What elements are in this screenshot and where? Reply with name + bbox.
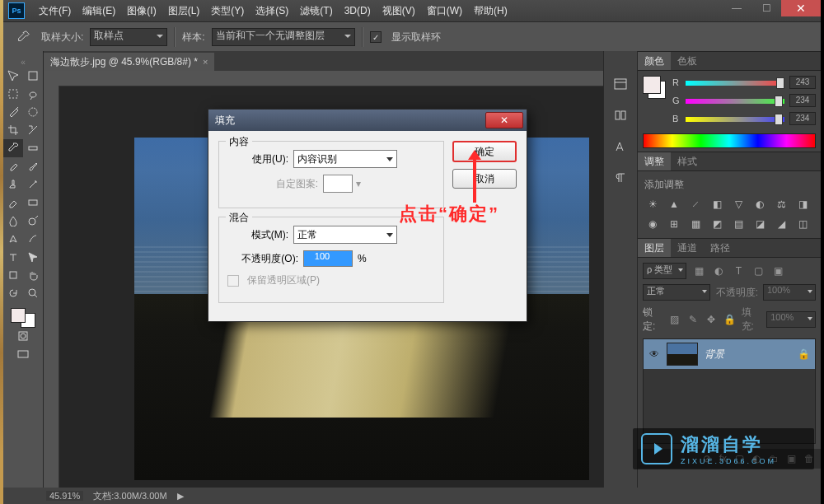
adj-vibrance-icon[interactable]: ▽ — [730, 197, 747, 212]
eyedropper-tool-icon[interactable] — [3, 139, 23, 157]
dialog-titlebar[interactable]: 填充 ✕ — [208, 110, 527, 131]
crop-tool-icon[interactable] — [3, 121, 23, 139]
history-tool-icon[interactable] — [23, 175, 43, 194]
menu-help[interactable]: 帮助(H) — [468, 4, 513, 18]
adj-invert-icon[interactable]: ◩ — [709, 217, 725, 231]
filter-smart-icon[interactable]: ▣ — [770, 264, 785, 278]
sample-select[interactable]: 当前和下一个无调整图层 — [212, 28, 355, 46]
layer-filter-select[interactable]: ρ 类型 — [643, 263, 686, 279]
opacity-select[interactable]: 100% — [763, 284, 816, 301]
brush-tool-icon[interactable] — [23, 157, 43, 175]
menu-image[interactable]: 图像(I) — [121, 4, 162, 18]
adj-photo-icon[interactable]: ◉ — [644, 217, 661, 231]
zoom-tool-icon[interactable] — [23, 284, 43, 302]
tab-swatches[interactable]: 色板 — [671, 52, 704, 70]
lasso-tool-icon[interactable] — [23, 85, 43, 103]
pen-tool-icon[interactable] — [3, 230, 23, 248]
rotate-tool-icon[interactable] — [3, 284, 23, 302]
minimize-button[interactable]: — — [722, 0, 751, 16]
shape-tool-icon[interactable] — [3, 266, 23, 284]
adj-brightness-icon[interactable]: ☀ — [644, 197, 661, 212]
screenmode-icon[interactable] — [3, 345, 43, 363]
menu-type[interactable]: 类型(Y) — [205, 4, 250, 18]
fg-bg-swatch[interactable] — [643, 76, 666, 99]
tab-paths[interactable]: 路径 — [704, 239, 737, 257]
history-panel-icon[interactable] — [608, 74, 633, 94]
layer-thumbnail[interactable] — [667, 343, 698, 366]
b-value[interactable]: 234 — [789, 112, 816, 125]
adj-lookup-icon[interactable]: ▦ — [687, 217, 704, 231]
slice-tool-icon[interactable] — [23, 121, 43, 139]
maximize-button[interactable]: ☐ — [751, 0, 781, 16]
path-tool-icon[interactable] — [23, 248, 43, 266]
adj-gradient-icon[interactable]: ◢ — [773, 217, 789, 231]
adj-exposure-icon[interactable]: ◧ — [709, 197, 725, 212]
quickselect-tool-icon[interactable] — [23, 103, 43, 121]
menu-select[interactable]: 选择(S) — [250, 4, 294, 18]
tab-channels[interactable]: 通道 — [671, 239, 704, 257]
type-tool-icon[interactable] — [3, 248, 23, 266]
blur-tool-icon[interactable] — [3, 212, 23, 230]
adj-balance-icon[interactable]: ⚖ — [773, 197, 789, 212]
filter-adjust-icon[interactable]: ◐ — [711, 264, 726, 278]
zoom-level[interactable]: 45.91% — [46, 491, 83, 501]
filter-type-icon[interactable]: T — [731, 264, 746, 278]
lock-position-icon[interactable]: ✎ — [686, 312, 700, 327]
document-tab[interactable]: 海边散步.jpg @ 45.9%(RGB/8#) * × — [44, 53, 214, 71]
paragraph-panel-icon[interactable] — [608, 168, 633, 188]
layer-lock-icon[interactable]: 🔒 — [798, 348, 810, 360]
stamp-tool-icon[interactable] — [3, 175, 23, 194]
quickmask-icon[interactable] — [3, 327, 43, 345]
b-slider[interactable] — [686, 114, 784, 124]
adj-hue-icon[interactable]: ◐ — [751, 197, 768, 212]
wand-tool-icon[interactable] — [3, 103, 23, 121]
layer-name[interactable]: 背景 — [705, 348, 724, 362]
doc-info-caret[interactable]: ▶ — [177, 491, 184, 502]
menu-file[interactable]: 文件(F) — [33, 4, 77, 18]
fill-select[interactable]: 100% — [766, 311, 816, 328]
lock-move-icon[interactable]: ✥ — [705, 312, 718, 327]
hand-tool-icon[interactable] — [23, 266, 43, 284]
cancel-button[interactable]: 取消 — [452, 169, 517, 189]
tab-color[interactable]: 颜色 — [638, 52, 671, 70]
eyedropper-icon[interactable] — [12, 27, 35, 47]
visibility-icon[interactable]: 👁 — [648, 348, 660, 360]
properties-panel-icon[interactable] — [608, 105, 633, 125]
ruler-tool-icon[interactable] — [23, 139, 43, 157]
character-panel-icon[interactable] — [608, 137, 633, 156]
adj-poster-icon[interactable]: ▤ — [730, 217, 747, 231]
g-slider[interactable] — [686, 96, 784, 105]
ok-button[interactable]: 确定 — [452, 141, 517, 162]
blend-mode-select[interactable]: 正常 — [643, 284, 710, 301]
show-ring-checkbox[interactable]: ✓ — [370, 31, 382, 43]
use-select[interactable]: 内容识别 — [293, 150, 397, 168]
eraser-tool-icon[interactable] — [3, 194, 23, 212]
adj-levels-icon[interactable]: ▲ — [666, 197, 682, 212]
filter-image-icon[interactable]: ▦ — [691, 264, 706, 278]
tab-layers[interactable]: 图层 — [638, 239, 671, 257]
tab-styles[interactable]: 样式 — [671, 152, 704, 170]
healing-tool-icon[interactable] — [3, 157, 23, 175]
lock-all-icon[interactable]: 🔒 — [723, 312, 736, 327]
filter-shape-icon[interactable]: ▢ — [751, 264, 765, 278]
layer-item[interactable]: 👁 背景 🔒 — [644, 339, 815, 369]
move-tool-icon[interactable] — [3, 67, 23, 85]
menu-window[interactable]: 窗口(W) — [421, 4, 468, 18]
menu-filter[interactable]: 滤镜(T) — [294, 4, 338, 18]
lock-pixels-icon[interactable]: ▨ — [668, 312, 681, 327]
dodge-tool-icon[interactable] — [23, 212, 43, 230]
sample-size-select[interactable]: 取样点 — [90, 28, 167, 46]
r-slider[interactable] — [686, 77, 784, 87]
dialog-close-button[interactable]: ✕ — [485, 112, 523, 128]
menu-view[interactable]: 视图(V) — [377, 4, 421, 18]
adj-bw-icon[interactable]: ◨ — [794, 197, 811, 212]
menu-3d[interactable]: 3D(D) — [339, 5, 377, 16]
ruler-vertical[interactable] — [44, 86, 59, 488]
gradient-tool-icon[interactable] — [23, 194, 43, 212]
freeform-pen-icon[interactable] — [23, 230, 43, 248]
adj-threshold-icon[interactable]: ◪ — [751, 217, 768, 231]
r-value[interactable]: 243 — [789, 76, 816, 89]
close-tab-icon[interactable]: × — [203, 57, 208, 67]
toolbar-collapse[interactable]: « — [3, 58, 43, 67]
tab-adjust[interactable]: 调整 — [638, 152, 671, 170]
